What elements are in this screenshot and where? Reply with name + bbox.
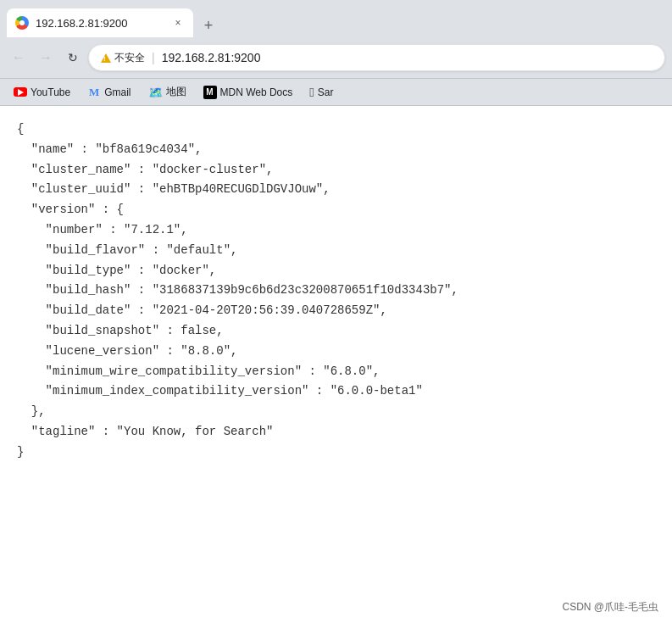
maps-icon: 🗺️	[148, 86, 163, 99]
youtube-icon	[14, 87, 27, 97]
tab-close-button[interactable]: ×	[171, 16, 185, 30]
bookmark-maps-label: 地图	[166, 85, 186, 99]
security-label: 不安全	[114, 51, 145, 65]
url-display: 192.168.2.81:9200	[162, 51, 261, 64]
bookmarks-bar: YouTube M Gmail 🗺️ 地图 M MDN Web Docs  S…	[0, 78, 672, 105]
bookmark-mdn[interactable]: M MDN Web Docs	[197, 83, 300, 102]
tab-title: 192.168.2.81:9200	[36, 17, 164, 30]
url-divider: |	[152, 51, 155, 64]
bookmark-mdn-label: MDN Web Docs	[220, 86, 293, 98]
bookmark-github[interactable]:  Sar	[303, 82, 340, 102]
json-content: { "name" : "bf8a619c4034", "cluster_name…	[17, 120, 655, 463]
bookmark-youtube[interactable]: YouTube	[7, 84, 77, 101]
bookmark-gmail[interactable]: M Gmail	[81, 83, 137, 102]
forward-button[interactable]: →	[34, 46, 58, 70]
refresh-icon: ↻	[68, 51, 78, 64]
youtube-play-icon	[18, 89, 24, 96]
back-button[interactable]: ←	[7, 46, 31, 70]
watermark: CSDN @爪哇-毛毛虫	[562, 598, 658, 615]
security-icon: 不安全	[101, 51, 145, 65]
bookmark-github-label: Sar	[318, 86, 334, 98]
mdn-icon: M	[203, 86, 217, 99]
tab-bar: 192.168.2.81:9200 × +	[0, 0, 672, 37]
tab-favicon	[15, 16, 29, 30]
refresh-button[interactable]: ↻	[61, 46, 85, 70]
gmail-icon: M	[87, 86, 101, 99]
address-input[interactable]: 不安全 | 192.168.2.81:9200	[88, 44, 665, 71]
bookmark-maps[interactable]: 🗺️ 地图	[142, 82, 193, 102]
address-bar-row: ← → ↻ 不安全 | 192.168.2.81:9200	[0, 37, 672, 78]
new-tab-button[interactable]: +	[197, 14, 220, 37]
bookmark-gmail-label: Gmail	[104, 86, 131, 98]
active-tab[interactable]: 192.168.2.81:9200 ×	[7, 8, 193, 37]
github-icon: 	[309, 85, 314, 99]
content-area: { "name" : "bf8a619c4034", "cluster_name…	[0, 106, 672, 623]
bookmark-youtube-label: YouTube	[31, 86, 70, 98]
warning-triangle-icon	[101, 53, 111, 63]
browser-chrome: 192.168.2.81:9200 × + ← → ↻ 不安全 | 192.16…	[0, 0, 672, 106]
